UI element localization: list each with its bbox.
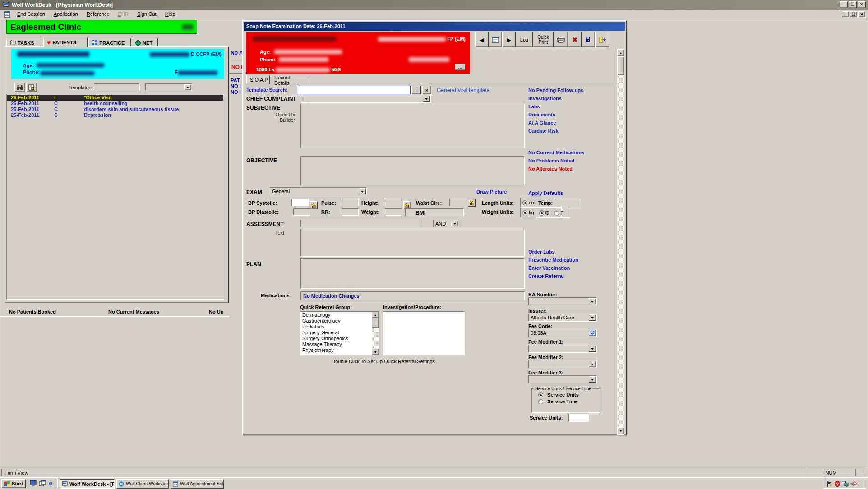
templates-input[interactable] — [94, 83, 140, 91]
fee-mod1-arrow[interactable] — [589, 346, 596, 352]
referral-scroll-up[interactable]: ▲ — [372, 312, 379, 318]
menu-sign-out[interactable]: Sign Out — [134, 10, 160, 19]
fee-code-chevron-button[interactable] — [589, 330, 596, 336]
tab-tasks[interactable]: TASKS — [6, 38, 42, 47]
investigation-listbox[interactable] — [383, 311, 465, 355]
chief-complaint-combo[interactable]: | — [300, 95, 431, 103]
objective-textarea[interactable] — [300, 156, 525, 185]
find-button[interactable] — [14, 83, 25, 92]
assessment-textarea[interactable] — [300, 229, 525, 257]
height-input[interactable] — [385, 199, 402, 206]
quick-referral-listbox[interactable]: Dermatology Gastroenterology Pediatrics … — [300, 311, 379, 355]
labs-link[interactable]: Labs — [528, 104, 540, 109]
temp-c-radio[interactable] — [539, 211, 544, 216]
scroll-up-button[interactable]: ▲ — [617, 49, 624, 56]
restore-button[interactable]: ❐ — [849, 1, 857, 8]
fee-modifier2-combo[interactable] — [528, 360, 597, 368]
next-record-button[interactable]: ▶ — [502, 32, 516, 47]
no-problems-noted-link[interactable]: No Problems Noted — [528, 158, 574, 163]
documents-link[interactable]: Documents — [528, 112, 555, 117]
tab-soap[interactable]: S.O.A.P — [246, 75, 270, 84]
general-visit-template-link[interactable]: General VisitTemplate — [437, 87, 489, 93]
insurer-combo-arrow[interactable] — [589, 314, 596, 321]
fee-mod3-arrow[interactable] — [589, 376, 596, 383]
no-allergies-noted-link[interactable]: No Allergies Noted — [528, 166, 573, 171]
bp-chart-button[interactable] — [310, 201, 318, 209]
close-button[interactable]: ✕ — [858, 1, 866, 8]
exam-combo-arrow[interactable] — [359, 188, 366, 194]
show-desktop-icon[interactable] — [30, 480, 37, 487]
temp-f-radio[interactable] — [554, 211, 559, 216]
chief-complaint-arrow[interactable] — [423, 96, 430, 102]
temp-input[interactable] — [555, 199, 581, 206]
start-button[interactable]: Start — [1, 479, 26, 488]
subjective-textarea[interactable] — [300, 104, 525, 148]
prev-record-button[interactable]: ◀ — [475, 32, 489, 47]
visit-row-selected[interactable]: 26-Feb-2011 I *Office Visit — [7, 95, 223, 101]
fee-modifier1-combo[interactable] — [528, 345, 597, 353]
referral-item[interactable]: Pediatrics — [302, 324, 377, 330]
exit-button[interactable] — [595, 32, 609, 47]
service-time-radio[interactable] — [538, 399, 543, 404]
apply-defaults-link[interactable]: Apply Defaults — [528, 190, 563, 196]
templates-combo-arrow[interactable] — [184, 84, 191, 90]
quick-print-button[interactable]: Quick Print — [533, 32, 554, 47]
no-pending-followups-link[interactable]: No Pending Follow-ups — [528, 88, 583, 93]
visit-row[interactable]: 25-Feb-2011 C Depression — [7, 112, 223, 118]
assessment-and-combo[interactable]: AND — [433, 220, 459, 227]
menu-help[interactable]: Help — [162, 10, 179, 19]
at-a-glance-link[interactable]: At A Glance — [528, 120, 556, 125]
draw-picture-link[interactable]: Draw Picture — [476, 189, 507, 194]
template-search-clear-button[interactable]: × — [422, 86, 431, 94]
window-cascade-icon[interactable] — [39, 480, 46, 487]
referral-item[interactable]: Gastroenterology — [302, 318, 377, 324]
bp-diastolic-input[interactable] — [293, 208, 310, 216]
referral-scrollbar[interactable]: ▲ ▼ — [372, 312, 379, 355]
referral-item[interactable]: Physiotherapy — [302, 347, 377, 353]
banner-more-button[interactable]: ... — [455, 64, 466, 70]
mdi-minimize-button[interactable]: _ — [842, 11, 849, 17]
no-current-medications-link[interactable]: No Current Medications — [528, 150, 584, 155]
exam-combo[interactable]: General — [270, 187, 367, 195]
cardiac-risk-link[interactable]: Cardiac Risk — [528, 128, 559, 134]
fee-modifier3-combo[interactable] — [528, 375, 597, 383]
medications-field[interactable]: No Medication Changes. — [300, 291, 525, 300]
weight-kg-radio[interactable] — [522, 210, 527, 215]
bmi-field[interactable]: BMI — [405, 208, 464, 216]
visit-row[interactable]: 25-Feb-2011 C disorders skin and subcuta… — [7, 106, 223, 112]
fee-code-combo[interactable]: 03.03A — [528, 329, 597, 337]
dialog-scrollbar[interactable]: ▲ ▼ — [617, 49, 624, 435]
assessment-input[interactable] — [300, 220, 420, 227]
menu-reference[interactable]: Reference — [83, 10, 113, 19]
bp-systolic-input[interactable] — [291, 199, 309, 206]
record-form-button[interactable] — [489, 32, 502, 47]
task-wolf-appointment[interactable]: Wolf Appointment Sched... — [171, 479, 224, 489]
lock-button[interactable] — [582, 32, 595, 47]
templates-combo[interactable] — [145, 83, 192, 91]
referral-item[interactable]: Surgery-Orthopedics — [302, 336, 377, 341]
menu-application[interactable]: Application — [50, 10, 82, 19]
length-cm-radio[interactable] — [522, 200, 527, 205]
print-button[interactable] — [554, 32, 568, 47]
ba-combo-arrow[interactable] — [589, 298, 596, 304]
weight-input[interactable] — [385, 208, 402, 216]
internet-explorer-icon[interactable]: e — [49, 479, 52, 487]
and-combo-arrow[interactable] — [451, 221, 458, 226]
investigations-link[interactable]: Investigations — [528, 96, 562, 101]
referral-item[interactable]: Dermatology — [302, 312, 377, 318]
create-referral-link[interactable]: Create Referral — [528, 273, 564, 279]
fee-mod2-arrow[interactable] — [589, 361, 596, 367]
referral-scroll-thumb[interactable] — [372, 318, 379, 328]
tray-volume-muted-icon[interactable] — [850, 481, 857, 487]
preview-button[interactable] — [26, 83, 37, 92]
order-labs-link[interactable]: Order Labs — [528, 249, 555, 254]
visit-row[interactable]: 25-Feb-2011 C health counselling — [7, 101, 223, 106]
tab-record-details[interactable]: Record Details — [271, 76, 309, 84]
visit-list[interactable]: 26-Feb-2011 I *Office Visit 25-Feb-2011 … — [6, 94, 224, 300]
pulse-input[interactable] — [342, 199, 359, 206]
tray-antivirus-shield-icon[interactable] — [835, 481, 840, 487]
service-units-input[interactable] — [568, 414, 589, 422]
waist-chart-button[interactable] — [468, 199, 476, 207]
minimize-button[interactable]: _ — [840, 1, 848, 8]
service-units-radio[interactable] — [538, 392, 543, 397]
